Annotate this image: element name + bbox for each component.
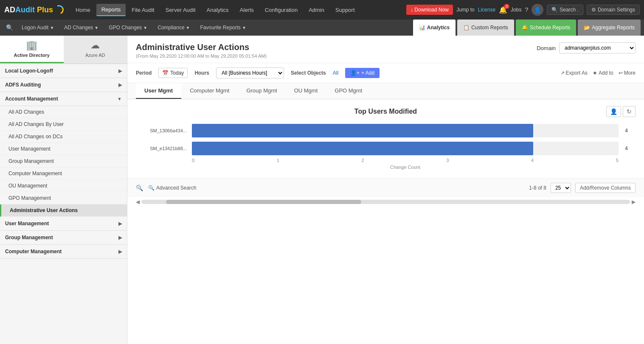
add-to-label: Add to: [599, 70, 613, 76]
subnav-favourite-reports[interactable]: Favourite Reports ▼: [196, 22, 250, 33]
sidebar-item-all-ad-changes-on-dcs[interactable]: All AD Changes on DCs: [0, 131, 127, 143]
horizontal-scrollbar-track[interactable]: [141, 200, 630, 204]
sidebar-section-computer-mgmt[interactable]: Computer Management ▶: [0, 245, 127, 259]
x-axis: 012345: [136, 158, 636, 163]
subnav-logon-audit[interactable]: Logon Audit ▼: [17, 22, 58, 33]
nav-home[interactable]: Home: [70, 4, 96, 16]
sidebar-section-group-mgmt-label: Group Management: [5, 235, 53, 241]
schedule-reports-button[interactable]: 🔔 Schedule Reports: [516, 20, 576, 36]
analytics-label: Analytics: [427, 25, 450, 31]
chevron-down-icon: ▼: [242, 25, 246, 30]
scroll-left-arrow[interactable]: ◀: [136, 199, 140, 205]
search-icon: 🔍: [551, 7, 558, 13]
domain-settings-button[interactable]: ⚙ Domain Settings: [587, 5, 640, 15]
sidebar-tab-azure-ad[interactable]: ☁ Azure AD: [64, 36, 127, 63]
add-remove-columns-button[interactable]: Add/Remove Columns: [575, 183, 636, 193]
advanced-search-button[interactable]: 🔍 Advanced Search: [148, 185, 197, 191]
sidebar-item-all-ad-changes[interactable]: All AD Changes: [0, 106, 127, 118]
sidebar-item-user-management[interactable]: User Management: [0, 143, 127, 155]
nav-admin[interactable]: Admin: [304, 4, 329, 16]
tab-user-mgmt[interactable]: User Mgmt: [136, 83, 181, 99]
top-bar: ADAudit Plus Home Reports File Audit Ser…: [0, 0, 644, 20]
sidebar-section-adfs[interactable]: ADFS Auditing ▶: [0, 78, 127, 92]
chevron-down-icon: ▼: [186, 25, 190, 30]
nav-reports[interactable]: Reports: [96, 4, 126, 16]
domain-selector: Domain admanagerplus.com: [537, 42, 636, 53]
sidebar-section-user-mgmt[interactable]: User Management ▶: [0, 217, 127, 231]
sidebar-section-group-mgmt[interactable]: Group Management ▶: [0, 231, 127, 245]
subnav-ad-changes-label: AD Changes: [64, 25, 93, 31]
sidebar-section-computer-mgmt-label: Computer Management: [5, 249, 62, 255]
aggregate-reports-button[interactable]: 📂 Aggregate Reports: [578, 20, 641, 36]
analytics-button[interactable]: 📊 Analytics: [413, 20, 456, 36]
sidebar-item-gpo-management[interactable]: GPO Management: [0, 192, 127, 204]
subnav-logon-audit-label: Logon Audit: [22, 25, 48, 31]
tab-gpo-mgmt[interactable]: GPO Mgmt: [326, 83, 371, 99]
custom-reports-button[interactable]: 📋 Custom Reports: [457, 20, 514, 36]
chevron-right-icon: ▶: [118, 221, 122, 227]
nav-support[interactable]: Support: [330, 4, 360, 16]
search-icon-button[interactable]: 🔍: [136, 185, 143, 191]
x-axis-label: 2: [362, 158, 364, 163]
subnav-ad-changes[interactable]: AD Changes ▼: [60, 22, 103, 33]
sidebar-section-local-logon[interactable]: Local Logon-Logoff ▶: [0, 64, 127, 78]
sidebar-item-all-ad-changes-by-user[interactable]: All AD Changes By User: [0, 118, 127, 131]
horizontal-scrollbar-thumb[interactable]: [166, 200, 361, 204]
sidebar-section-adfs-label: ADFS Auditing: [5, 82, 41, 88]
select-objects-all[interactable]: All: [333, 70, 338, 76]
nav-server-audit[interactable]: Server Audit: [160, 4, 201, 16]
subnav-gpo-changes-label: GPO Changes: [109, 25, 142, 31]
domain-dropdown[interactable]: admanagerplus.com: [559, 42, 636, 53]
sub-nav-search-icon[interactable]: 🔍: [3, 22, 16, 33]
sidebar-item-computer-management[interactable]: Computer Management: [0, 168, 127, 180]
advanced-search-label: Advanced Search: [156, 185, 197, 191]
period-input[interactable]: 📅 Today: [158, 68, 188, 78]
subnav-gpo-changes[interactable]: GPO Changes ▼: [104, 22, 152, 33]
jump-to-link[interactable]: Jump to: [456, 7, 475, 13]
sidebar-item-ou-management[interactable]: OU Management: [0, 180, 127, 192]
download-button[interactable]: ↓ Download Now: [406, 5, 453, 15]
chevron-down-icon: ▼: [143, 25, 147, 30]
help-icon[interactable]: ?: [525, 6, 528, 13]
tab-group-mgmt[interactable]: Group Mgmt: [238, 83, 285, 99]
add-button[interactable]: 👤+ + Add: [345, 68, 380, 78]
notifications-bell[interactable]: 🔔3: [499, 6, 507, 14]
chart-title: Top Users Modified: [136, 108, 636, 115]
x-axis-label: 4: [531, 158, 534, 163]
nav-file-audit[interactable]: File Audit: [127, 4, 159, 16]
hours-select[interactable]: All [Business Hours]: [216, 67, 284, 78]
chevron-down-icon: ▼: [117, 96, 122, 101]
search-button[interactable]: 🔍 Search .: [547, 5, 583, 15]
nav-analytics[interactable]: Analytics: [202, 4, 234, 16]
more-button[interactable]: ↩ More: [619, 70, 636, 76]
x-axis-label: 5: [616, 158, 619, 163]
chart-user-icon-button[interactable]: 👤: [606, 106, 621, 117]
search-label: Search .: [560, 7, 579, 13]
sidebar-tab-azure-label: Azure AD: [85, 53, 105, 58]
license-link[interactable]: License: [478, 7, 495, 13]
sub-nav: 🔍 Logon Audit ▼ AD Changes ▼ GPO Changes…: [0, 20, 644, 36]
sidebar-tab-active-directory[interactable]: 🏢 Active Directory: [0, 36, 64, 63]
bar-track: 4: [192, 142, 619, 155]
nav-alerts[interactable]: Alerts: [235, 4, 259, 16]
tab-computer-mgmt[interactable]: Computer Mgmt: [181, 83, 238, 99]
per-page-select[interactable]: 25: [551, 183, 571, 193]
sidebar-section-account-mgmt[interactable]: Account Management ▼: [0, 92, 127, 106]
tab-ou-mgmt[interactable]: OU Mgmt: [286, 83, 326, 99]
bar-track: 4: [192, 124, 619, 137]
subnav-compliance[interactable]: Compliance ▼: [153, 22, 194, 33]
scroll-right-arrow[interactable]: ▶: [632, 199, 636, 205]
bar-label: SM_e13421b88...: [136, 146, 187, 151]
sidebar-item-group-management[interactable]: Group Management: [0, 155, 127, 168]
add-to-button[interactable]: ★ Add to: [593, 70, 613, 76]
chevron-right-icon: ▶: [118, 249, 122, 255]
export-as-button[interactable]: ↗ Export As: [560, 70, 588, 76]
sidebar-item-admin-user-actions[interactable]: Administrative User Actions: [0, 204, 127, 217]
sidebar-tabs: 🏢 Active Directory ☁ Azure AD: [0, 36, 127, 64]
sidebar-tab-ad-label: Active Directory: [14, 53, 50, 58]
jobs-link[interactable]: Jobs: [511, 7, 521, 13]
user-avatar[interactable]: 👤: [532, 4, 543, 16]
nav-configuration[interactable]: Configuration: [260, 4, 303, 16]
chart-refresh-icon-button[interactable]: ↻: [623, 106, 636, 117]
x-axis-label: 0: [192, 158, 194, 163]
